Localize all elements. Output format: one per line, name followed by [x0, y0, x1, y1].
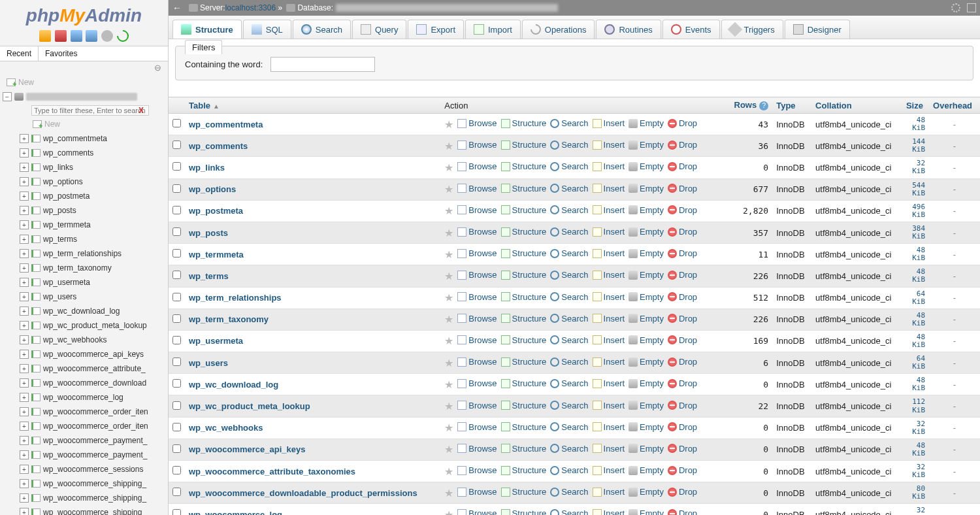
table-filter-input[interactable] [31, 105, 149, 116]
table-name-link[interactable]: wp_woocommerce_api_keys [189, 444, 305, 454]
nav-table-link[interactable]: wp_woocommerce_order_iten [43, 422, 148, 431]
action-drop[interactable]: Drop [668, 422, 697, 432]
action-insert[interactable]: Insert [593, 140, 625, 150]
action-browse[interactable]: Browse [457, 292, 497, 302]
nav-table-link[interactable]: wp_usermeta [43, 278, 90, 287]
expand-tree-icon[interactable]: + [20, 321, 29, 330]
action-structure[interactable]: Structure [501, 378, 547, 388]
action-insert[interactable]: Insert [593, 444, 625, 454]
action-structure[interactable]: Structure [501, 292, 547, 302]
action-insert[interactable]: Insert [593, 357, 625, 367]
action-structure[interactable]: Structure [501, 118, 547, 128]
table-name-link[interactable]: wp_termmeta [189, 250, 244, 259]
col-overhead-link[interactable]: Overhead [933, 101, 972, 110]
action-insert[interactable]: Insert [593, 227, 625, 237]
tab-events[interactable]: Events [662, 20, 720, 39]
nav-table-link[interactable]: wp_woocommerce_shipping_ [43, 479, 146, 488]
table-name-link[interactable]: wp_wc_download_log [189, 380, 278, 390]
table-name-link[interactable]: wp_comments [189, 141, 248, 151]
action-browse[interactable]: Browse [457, 487, 497, 497]
favorite-star[interactable]: ★ [444, 248, 453, 261]
favorites-tab[interactable]: Favorites [38, 46, 84, 61]
action-structure[interactable]: Structure [501, 205, 547, 215]
navigation-settings-icon[interactable] [86, 30, 97, 42]
table-name-link[interactable]: wp_woocommerce_downloadable_product_perm… [189, 488, 417, 498]
action-empty[interactable]: Empty [629, 444, 664, 454]
expand-tree-icon[interactable]: + [20, 493, 29, 503]
nav-table-link[interactable]: wp_links [43, 163, 73, 172]
row-checkbox[interactable] [172, 162, 181, 171]
table-name-link[interactable]: wp_terms [189, 271, 229, 281]
favorite-star[interactable]: ★ [444, 422, 453, 434]
tab-routines[interactable]: Routines [596, 20, 661, 39]
row-checkbox[interactable] [172, 271, 181, 279]
database-name[interactable] [336, 4, 558, 12]
new-table-link[interactable]: New [44, 120, 60, 129]
table-name-link[interactable]: wp_woocommerce_attribute_taxonomies [189, 467, 355, 476]
action-search[interactable]: Search [550, 292, 588, 302]
favorite-star[interactable]: ★ [444, 357, 453, 369]
expand-tree-icon[interactable]: + [20, 235, 29, 244]
nav-table-link[interactable]: wp_woocommerce_order_iten [43, 407, 148, 416]
action-search[interactable]: Search [550, 465, 588, 475]
action-insert[interactable]: Insert [593, 378, 625, 388]
table-name-link[interactable]: wp_links [189, 163, 225, 173]
col-collation[interactable]: Collation [811, 97, 902, 114]
server-link[interactable]: localhost:3306 [225, 3, 276, 12]
nav-table-link[interactable]: wp_term_taxonomy [43, 263, 112, 273]
action-browse[interactable]: Browse [457, 205, 497, 215]
action-browse[interactable]: Browse [457, 508, 497, 515]
nav-table-link[interactable]: wp_users [43, 292, 76, 301]
row-checkbox[interactable] [172, 509, 181, 515]
col-size[interactable]: Size [902, 97, 929, 114]
nav-table-link[interactable]: wp_posts [43, 206, 76, 215]
action-structure[interactable]: Structure [501, 314, 547, 324]
action-search[interactable]: Search [550, 161, 588, 171]
action-structure[interactable]: Structure [501, 401, 547, 410]
favorite-star[interactable]: ★ [444, 161, 453, 174]
tab-structure[interactable]: Structure [172, 20, 242, 39]
favorite-star[interactable]: ★ [444, 378, 453, 391]
action-insert[interactable]: Insert [593, 270, 625, 280]
action-empty[interactable]: Empty [629, 378, 664, 388]
col-rows-link[interactable]: Rows [734, 100, 757, 110]
action-browse[interactable]: Browse [457, 248, 497, 258]
action-search[interactable]: Search [550, 205, 588, 215]
row-checkbox[interactable] [172, 141, 181, 149]
action-drop[interactable]: Drop [668, 248, 697, 258]
action-drop[interactable]: Drop [668, 465, 697, 475]
table-name-link[interactable]: wp_woocommerce_log [189, 510, 282, 515]
recent-tab[interactable]: Recent [0, 46, 38, 61]
col-table-link[interactable]: Table [189, 101, 210, 110]
action-browse[interactable]: Browse [457, 422, 497, 432]
expand-tree-icon[interactable]: + [20, 335, 29, 344]
back-icon[interactable]: ← [172, 3, 182, 13]
action-empty[interactable]: Empty [629, 508, 664, 515]
table-name-link[interactable]: wp_wc_webhooks [189, 423, 263, 433]
expand-tree-icon[interactable]: + [20, 134, 29, 143]
row-checkbox[interactable] [172, 357, 181, 366]
row-checkbox[interactable] [172, 227, 181, 236]
expand-tree-icon[interactable]: + [20, 508, 29, 515]
action-browse[interactable]: Browse [457, 465, 497, 475]
nav-table-link[interactable]: wp_postmeta [43, 191, 90, 201]
database-name-redacted[interactable] [26, 93, 137, 101]
logout-icon[interactable] [55, 30, 67, 42]
action-empty[interactable]: Empty [629, 335, 664, 345]
action-browse[interactable]: Browse [457, 314, 497, 324]
action-insert[interactable]: Insert [593, 118, 625, 128]
expand-tree-icon[interactable]: + [20, 278, 29, 287]
nav-table-link[interactable]: wp_woocommerce_payment_ [43, 450, 147, 459]
clear-filter-icon[interactable]: X [139, 106, 144, 115]
expand-tree-icon[interactable]: + [20, 364, 29, 373]
action-insert[interactable]: Insert [593, 248, 625, 258]
action-empty[interactable]: Empty [629, 118, 664, 128]
action-insert[interactable]: Insert [593, 314, 625, 324]
expand-tree-icon[interactable]: + [20, 191, 29, 201]
tab-search[interactable]: Search [293, 20, 351, 39]
action-browse[interactable]: Browse [457, 161, 497, 171]
table-name-link[interactable]: wp_posts [189, 228, 228, 238]
nav-table-link[interactable]: wp_comments [43, 148, 93, 158]
nav-table-link[interactable]: wp_woocommerce_log [43, 393, 123, 402]
action-empty[interactable]: Empty [629, 184, 664, 193]
